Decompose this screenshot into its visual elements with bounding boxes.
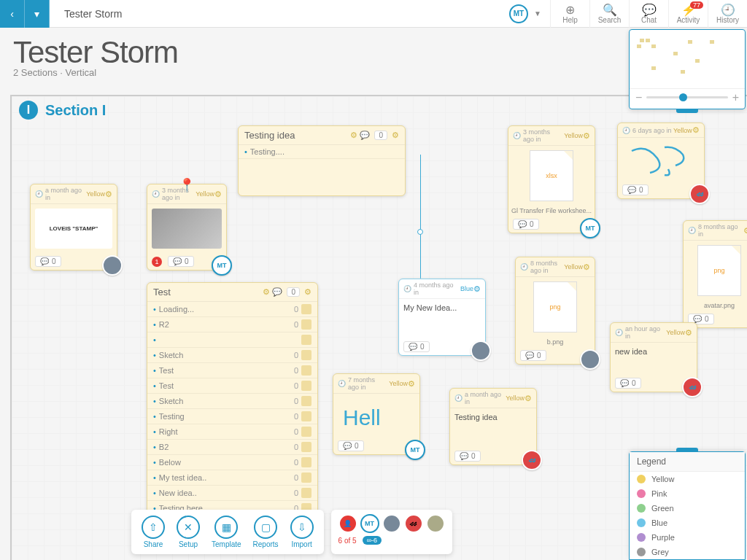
back-button[interactable]: ‹ [0,0,25,28]
section-badge: I [19,101,38,120]
breadcrumb[interactable]: Tester Storm [50,8,136,20]
sketch-canvas [618,138,704,182]
minimap[interactable]: − + [629,29,746,109]
list-item[interactable]: •Sketch0 [147,348,317,363]
minimap-handle[interactable] [676,109,698,113]
top-history[interactable]: 🕘History [708,0,747,28]
avatar[interactable]: MT [405,440,425,460]
import-button[interactable]: ⇩Import [286,514,318,550]
card-png-b[interactable]: 🕘8 months ago in Yellow⚙ png b.png 💬0 [515,257,595,365]
people-group[interactable]: 👤 MT 🏎 6 of 5 ∞-6 [331,510,452,554]
top-chat[interactable]: 💬Chat [629,0,668,28]
list-item[interactable]: •My test idea..0 [147,470,317,486]
topbar: ‹ ▾ Tester Storm MT ▼ ⊕Help🔍Search💬Chat⚡… [0,0,747,28]
list-item[interactable]: •B20 [147,440,317,455]
list-item[interactable]: •Testing0 [147,409,317,424]
card-xlsx-file[interactable]: 🕘3 months ago in Yellow⚙ xlsx Gl Transfe… [508,125,595,233]
avatar[interactable]: MT [580,218,600,238]
zoom-slider[interactable]: − + [630,88,745,106]
avatar[interactable] [580,349,600,370]
legend-item[interactable]: Blue [630,516,745,530]
avatar[interactable]: 🏎 [404,514,423,533]
people-icon[interactable]: 👤 [338,514,357,533]
legend-item[interactable]: Yellow [630,472,745,486]
legend-panel[interactable]: Legend YellowPinkGreenBluePurpleGrey [629,451,746,560]
user-menu-caret[interactable]: ▼ [534,9,541,18]
alert-badge[interactable]: 1 [152,257,162,267]
gear-icon[interactable]: ⚙ [583,131,590,141]
list-item[interactable]: •Below0 [147,455,317,470]
card-hello-sketch[interactable]: 🕘7 months ago in Yellow⚙ Hell 💬0 MT [333,373,420,455]
avatar[interactable]: MT [360,514,379,533]
top-help[interactable]: ⊕Help [550,0,589,28]
card-guitar[interactable]: 📍 🕘3 months ago in Yellow⚙ 1💬0 MT [147,184,227,271]
zoom-in-icon[interactable]: + [732,91,739,104]
list-item[interactable]: •Loading...0 [147,302,317,317]
tool-group: ⇧Share✕Setup▦Template▢Reports⇩Import [131,510,324,554]
list-item[interactable]: •Sketch0 [147,394,317,409]
legend-item[interactable]: Purple [630,530,745,545]
list-item[interactable]: •R20 [147,317,317,332]
connector-node[interactable] [417,229,423,235]
avatar[interactable] [471,341,491,361]
file-thumb-png: png [533,281,577,332]
top-activity[interactable]: ⚡Activity77 [668,0,708,28]
pin-icon[interactable]: 📍 [179,177,195,193]
minimap-viewport[interactable] [630,30,745,88]
card-testing-idea[interactable]: Testing idea⚙ 💬 0 ⚙ •Testing.... [238,125,406,196]
nav-buttons: ‹ ▾ [0,0,50,27]
card-stamp[interactable]: 🕘a month ago in Yellow⚙ LOVEIS "STAMP" 💬… [30,184,117,271]
dropdown-button[interactable]: ▾ [25,0,50,28]
comment-button[interactable]: 💬0 [513,219,539,230]
list-item[interactable]: •Test0 [147,363,317,378]
setup-button[interactable]: ✕Setup [172,514,204,550]
page-title: Tester Storm [13,35,734,70]
connector-line [420,155,421,279]
reports-button[interactable]: ▢Reports [249,514,283,550]
legend-item[interactable]: Grey [630,545,745,559]
avatar[interactable]: MT [212,255,232,276]
file-thumb-png: png [697,245,741,296]
list-item[interactable]: •Test0 [147,378,317,394]
list-item[interactable]: •New idea..0 [147,486,317,501]
share-button[interactable]: ⇧Share [137,514,169,550]
legend-item[interactable]: Green [630,501,745,516]
image-thumb [152,209,222,249]
card-test-list[interactable]: Test⚙ 💬 0 ⚙ •Loading...0•R20••Sketch0•Te… [147,282,318,517]
card-title: Testing idea [244,130,295,141]
list-item[interactable]: • [147,332,317,348]
avatar[interactable]: 🏎 [682,377,703,397]
avatar[interactable]: 🏎 [689,184,710,204]
image-thumb: LOVEIS "STAMP" [35,209,112,249]
card-new-idea-blue[interactable]: 🕘4 months ago in Blue⚙ My New Idea... 💬0 [398,279,486,356]
card-testing-idea-2[interactable]: 🕘a month ago in Yellow⚙ Testing idea 💬0 … [449,388,537,465]
file-thumb-xlsx: xlsx [530,150,573,201]
people-count: 6 of 5 [338,537,357,545]
list-item[interactable]: •Right0 [147,424,317,440]
top-actions: MT ▼ ⊕Help🔍Search💬Chat⚡Activity77🕘Histor… [509,0,747,27]
card-png-avatar[interactable]: 🕘8 months ago in⚙ png avatar.png 💬0 [683,220,747,328]
card-new-idea-yellow[interactable]: 🕘an hour ago in Yellow⚙ new idea 💬0 🏎 [610,322,697,392]
template-button[interactable]: ▦Template [207,514,246,550]
avatar[interactable] [426,514,445,533]
zoom-out-icon[interactable]: − [635,91,642,104]
legend-title: Legend [630,452,745,472]
card-icons[interactable]: ⚙ 💬 0 ⚙ [350,131,399,140]
section-title: Section I [45,102,106,119]
svg-text:Hell: Hell [343,405,381,429]
sketch-canvas: Hell [333,394,419,438]
bottom-toolbar: ⇧Share✕Setup▦Template▢Reports⇩Import 👤 M… [131,510,452,554]
legend-item[interactable]: Pink [630,486,745,501]
people-badge[interactable]: ∞-6 [363,536,382,545]
user-chip[interactable]: MT [509,4,528,23]
avatar[interactable] [382,514,401,533]
top-search[interactable]: 🔍Search [589,0,629,28]
slider-thumb[interactable] [679,93,687,101]
avatar[interactable] [102,255,123,276]
avatar[interactable]: 🏎 [522,450,542,470]
legend-handle[interactable] [676,448,698,452]
card-sketch[interactable]: 🕘6 days ago in Yellow⚙ 💬0 🏎 [617,122,705,199]
